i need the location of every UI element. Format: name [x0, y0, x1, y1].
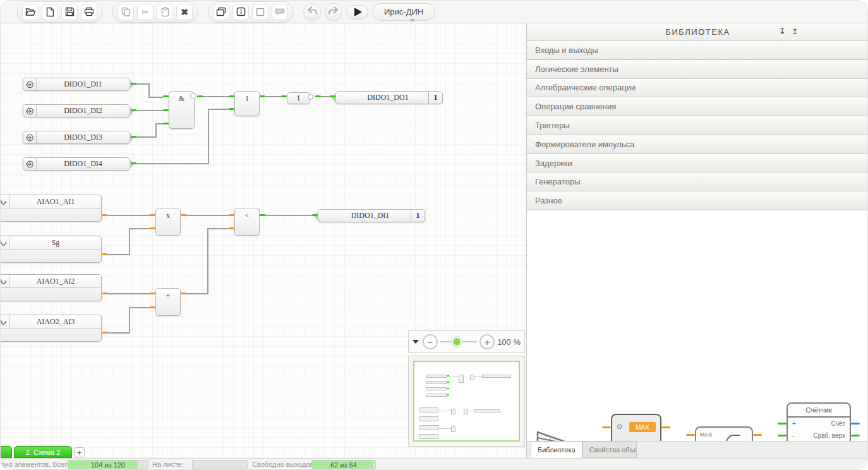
open-file-button[interactable]: [22, 4, 39, 20]
category-logic[interactable]: Логические элементы: [527, 60, 868, 79]
redo-arrow-icon: [328, 6, 339, 18]
green-port: [330, 95, 335, 97]
wire: [107, 293, 150, 294]
minimap-block: [419, 434, 438, 439]
analog-value-row: [1, 328, 101, 341]
not-gate-block[interactable]: 1: [287, 92, 310, 104]
green-port: [778, 423, 787, 425]
schematic-canvas[interactable]: DIDO1_DI1 DIDO1_DI2 DIDO1_DI3 DIDO1_DI4 …: [1, 23, 526, 458]
category-algebra[interactable]: Алгебраические операции: [527, 79, 868, 98]
wire: [186, 215, 229, 216]
port-label: -: [792, 432, 794, 439]
category-comparison[interactable]: Операции сравнения: [527, 97, 868, 116]
tab-object-properties[interactable]: Свойства объек: [582, 442, 637, 458]
digital-input-block[interactable]: DIDO1_DI2: [23, 104, 130, 118]
category-triggers[interactable]: Триггеры: [527, 116, 868, 135]
green-port: [260, 95, 265, 97]
digital-output-block[interactable]: DIDO1_DI1 1: [318, 209, 425, 222]
properties-panel-button[interactable]: [232, 4, 249, 20]
run-button[interactable]: [346, 5, 368, 19]
category-generators[interactable]: Генераторы: [527, 172, 868, 191]
cut-button[interactable]: ✂: [137, 4, 154, 20]
collapse-all-icon[interactable]: ↧: [779, 27, 785, 36]
analog-input-block[interactable]: AIAO1_AI2: [1, 274, 102, 301]
max-badge: MAX: [629, 422, 656, 432]
wire: [129, 228, 150, 229]
library-header: БИБЛИОТЕКА ↧ ↥: [527, 23, 868, 41]
zoom-slider[interactable]: [440, 341, 477, 342]
library-items-area: ? 1 0 Блок 'Выбор' ⊙ ⊙ ⊙ MAX MIN + Миним…: [527, 210, 868, 458]
block-output-tip: [130, 80, 134, 90]
on-sheet-label: На листе:: [152, 461, 183, 468]
add-block[interactable]: +: [155, 288, 181, 316]
orange-port: [229, 214, 234, 216]
add-sheet-button[interactable]: +: [74, 447, 85, 457]
green-port: [163, 109, 169, 111]
file-toolbar-group: [17, 1, 102, 23]
digital-output-block[interactable]: DIDO1_DO1 1: [335, 91, 443, 104]
analog-value-row: [1, 208, 101, 221]
frame-button[interactable]: [252, 4, 268, 20]
minimap-block: [426, 387, 447, 390]
minimap-viewport[interactable]: [413, 361, 520, 442]
copy-button[interactable]: [118, 4, 134, 20]
minimap-block: [426, 381, 447, 384]
minimap-wire: [438, 411, 451, 411]
wire: [129, 307, 130, 334]
sheet-tab-active[interactable]: 2. Схема 2: [14, 446, 72, 458]
category-pulse-formers[interactable]: Формирователи импульса: [527, 135, 868, 154]
digital-input-block[interactable]: DIDO1_DI1: [23, 78, 130, 91]
port-label: +: [792, 420, 796, 427]
category-delays[interactable]: Задержки: [527, 154, 868, 173]
digital-input-block[interactable]: DIDO1_DI4: [23, 157, 130, 171]
category-inputs-outputs[interactable]: Входы и выходы: [527, 41, 868, 60]
expand-all-icon[interactable]: ↥: [792, 27, 798, 36]
compare-less-block[interactable]: <: [234, 208, 260, 236]
gate-label: 1: [245, 94, 249, 116]
green-port: [260, 214, 265, 216]
green-port: [197, 95, 203, 97]
wire: [155, 123, 163, 124]
minimap-port: [447, 382, 449, 383]
library-panel: БИБЛИОТЕКА ↧ ↥ Входы и выходы Логические…: [526, 23, 868, 458]
block-value-badge: 1: [428, 92, 442, 104]
sheet-tabbar: 2. Схема 2 +: [1, 446, 85, 458]
print-button[interactable]: [81, 4, 97, 20]
comment-button[interactable]: [272, 4, 288, 20]
zoom-in-button[interactable]: +: [479, 334, 495, 349]
analog-input-block[interactable]: AIAO1_AI1: [1, 195, 102, 222]
save-button[interactable]: [61, 4, 78, 20]
tab-library[interactable]: Библиотека: [531, 442, 582, 458]
analog-input-block[interactable]: Sg: [1, 236, 102, 263]
wire: [207, 228, 208, 294]
wire: [265, 96, 281, 97]
minimap-wire: [449, 377, 459, 377]
minimap-block: [419, 416, 438, 421]
sheet-tab-partial[interactable]: [1, 446, 12, 458]
zoom-out-button[interactable]: −: [423, 334, 438, 349]
block-label: DIDO1_DI2: [37, 105, 130, 117]
cascade-windows-button[interactable]: [213, 4, 229, 20]
floppy-disk-icon: [65, 7, 75, 16]
delete-x-icon: ✖: [181, 8, 188, 16]
digital-input-block[interactable]: DIDO1_DI3: [23, 131, 130, 144]
app-window: ✂ ✖: [0, 0, 868, 470]
zoom-menu-caret[interactable]: [413, 340, 419, 344]
new-file-button[interactable]: [42, 4, 58, 20]
paste-button[interactable]: [157, 4, 173, 20]
analog-value-row: [1, 288, 101, 301]
green-port: [229, 108, 234, 110]
multiply-block[interactable]: x: [155, 208, 181, 236]
or-gate-block[interactable]: 1: [234, 91, 260, 116]
minimap-block: [451, 426, 455, 432]
minimap-block: [482, 375, 511, 378]
category-misc[interactable]: Разное: [527, 191, 868, 210]
toolbar-overflow-caret[interactable]: [410, 19, 415, 22]
undo-button[interactable]: [303, 3, 321, 21]
project-name-button[interactable]: Ирис-ДИН: [372, 3, 435, 21]
delete-button[interactable]: ✖: [176, 4, 193, 20]
minimap-wire: [438, 428, 451, 429]
zoom-slider-knob[interactable]: [452, 337, 462, 347]
analog-input-block[interactable]: AIAO2_AI3: [1, 315, 102, 342]
redo-button[interactable]: [325, 3, 342, 21]
